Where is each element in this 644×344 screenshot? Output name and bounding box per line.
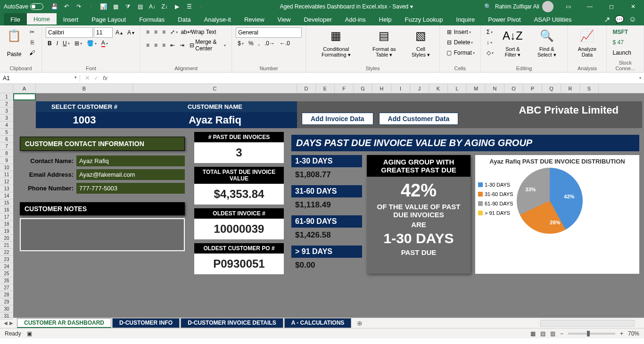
zoom-slider[interactable] bbox=[568, 333, 615, 335]
column-header-O[interactable]: O bbox=[504, 84, 523, 93]
fill-color-button[interactable]: 🪣▾ bbox=[85, 39, 99, 48]
row-header-23[interactable]: 23 bbox=[0, 256, 13, 263]
row-header-20[interactable]: 20 bbox=[0, 235, 13, 242]
ribbon-tab-review[interactable]: Review bbox=[238, 13, 271, 25]
column-header-K[interactable]: K bbox=[429, 84, 448, 93]
row-header-31[interactable]: 31 bbox=[0, 312, 13, 319]
fill-button[interactable]: ↓▾ bbox=[485, 38, 495, 47]
enter-formula-icon[interactable]: ✓ bbox=[94, 74, 99, 82]
form-icon[interactable]: ☰ bbox=[184, 1, 194, 12]
expand-formula-icon[interactable]: ▾ bbox=[636, 76, 644, 80]
row-header-17[interactable]: 17 bbox=[0, 213, 13, 221]
ribbon-tab-home[interactable]: Home bbox=[27, 13, 57, 25]
row-header-5[interactable]: 5 bbox=[0, 129, 13, 136]
align-left-button[interactable]: ≡ bbox=[144, 41, 151, 50]
macro-record-icon[interactable]: ▣ bbox=[27, 330, 32, 337]
row-header-7[interactable]: 7 bbox=[0, 143, 13, 150]
filter-icon[interactable]: ▦ bbox=[110, 1, 121, 12]
indent-dec-button[interactable]: ⇤ bbox=[168, 41, 177, 50]
ribbon-tab-page-layout[interactable]: Page Layout bbox=[85, 13, 132, 25]
row-header-11[interactable]: 11 bbox=[0, 171, 13, 178]
currency-button[interactable]: $▾ bbox=[236, 39, 246, 48]
align-top-button[interactable]: ≡ bbox=[144, 27, 151, 37]
funnel-icon[interactable]: ⧩ bbox=[123, 1, 133, 12]
ribbon-tab-data[interactable]: Data bbox=[171, 13, 197, 25]
column-header-D[interactable]: D bbox=[297, 84, 316, 93]
column-header-N[interactable]: N bbox=[486, 84, 504, 93]
row-header-16[interactable]: 16 bbox=[0, 206, 13, 213]
paste-button[interactable]: 📋 Paste bbox=[4, 27, 25, 58]
notes-box[interactable] bbox=[20, 218, 185, 251]
row-header-27[interactable]: 27 bbox=[0, 284, 13, 291]
row-header-4[interactable]: 4 bbox=[0, 122, 13, 129]
column-header-F[interactable]: F bbox=[335, 84, 354, 93]
column-header-Q[interactable]: Q bbox=[542, 84, 561, 93]
ribbon-options-icon[interactable]: ▭ bbox=[557, 0, 579, 13]
help-icon[interactable]: ☺ bbox=[629, 15, 636, 24]
column-header-B[interactable]: B bbox=[36, 84, 133, 93]
column-header-H[interactable]: H bbox=[372, 84, 391, 93]
freeze-icon[interactable]: ▤ bbox=[135, 1, 145, 12]
row-header-28[interactable]: 28 bbox=[0, 291, 13, 298]
decrease-decimal-button[interactable]: ←.0 bbox=[278, 39, 292, 48]
wrap-text-button[interactable]: ab↵Wrap Text bbox=[181, 27, 218, 37]
cell-selection[interactable] bbox=[13, 93, 36, 100]
row-header-10[interactable]: 10 bbox=[0, 164, 13, 171]
increase-font-button[interactable]: A▴ bbox=[114, 28, 124, 37]
cut-button[interactable]: ✂ bbox=[26, 27, 38, 37]
zoom-level[interactable]: 70% bbox=[628, 330, 639, 337]
font-size-select[interactable] bbox=[94, 27, 113, 38]
percent-button[interactable]: % bbox=[247, 39, 256, 48]
insert-cells-button[interactable]: ⊞Insert▾ bbox=[444, 27, 473, 37]
name-box[interactable]: A1 bbox=[0, 75, 80, 82]
ribbon-tab-developer[interactable]: Developer bbox=[297, 13, 338, 25]
maximize-icon[interactable]: ◻ bbox=[601, 0, 622, 13]
row-header-9[interactable]: 9 bbox=[0, 157, 13, 164]
autosum-button[interactable]: Σ▾ bbox=[485, 27, 495, 37]
cell-styles-button[interactable]: ▧Cell Styles ▾ bbox=[406, 27, 436, 58]
font-color-button[interactable]: A▾ bbox=[99, 39, 110, 48]
tab-scroll-left-icon[interactable]: ◀ bbox=[4, 320, 8, 326]
select-all-corner[interactable] bbox=[0, 84, 13, 93]
row-header-30[interactable]: 30 bbox=[0, 305, 13, 312]
row-header-25[interactable]: 25 bbox=[0, 270, 13, 277]
fx-icon[interactable]: fx bbox=[103, 74, 107, 82]
row-header-18[interactable]: 18 bbox=[0, 221, 13, 228]
row-header-19[interactable]: 19 bbox=[0, 228, 13, 235]
column-header-G[interactable]: G bbox=[354, 84, 372, 93]
align-right-button[interactable]: ≡ bbox=[160, 41, 167, 50]
row-header-22[interactable]: 22 bbox=[0, 249, 13, 256]
row-header-12[interactable]: 12 bbox=[0, 178, 13, 185]
macros-icon[interactable]: ▶ bbox=[172, 1, 182, 12]
qat-more-icon[interactable]: ▾ bbox=[86, 1, 96, 12]
row-header-13[interactable]: 13 bbox=[0, 185, 13, 192]
row-header-26[interactable]: 26 bbox=[0, 277, 13, 284]
column-header-P[interactable]: P bbox=[523, 84, 542, 93]
column-header-S[interactable]: S bbox=[580, 84, 599, 93]
ribbon-tab-inquire[interactable]: Inquire bbox=[450, 13, 482, 25]
indent-inc-button[interactable]: ⇥ bbox=[178, 41, 186, 50]
number-format-select[interactable] bbox=[236, 27, 302, 38]
user-info[interactable]: Rahim Zulfiqar Ali bbox=[491, 1, 557, 12]
row-header-3[interactable]: 3 bbox=[0, 107, 13, 115]
format-as-table-button[interactable]: ▤Format as Table ▾ bbox=[364, 27, 404, 58]
row-header-24[interactable]: 24 bbox=[0, 263, 13, 270]
autosave-toggle[interactable]: AutoSave bbox=[0, 3, 47, 10]
select-customer-box[interactable]: SELECT CUSTOMER # 1003 bbox=[36, 101, 133, 128]
qat-expand-icon[interactable]: ▾ bbox=[196, 1, 206, 12]
conditional-formatting-button[interactable]: ▦Conditional Formatting ▾ bbox=[310, 27, 362, 58]
comments-icon[interactable]: 💬 bbox=[615, 15, 624, 24]
column-header-L[interactable]: L bbox=[448, 84, 467, 93]
border-button[interactable]: ⊞▾ bbox=[73, 39, 84, 48]
decrease-font-button[interactable]: A▾ bbox=[125, 28, 136, 37]
clear-button[interactable]: ◇▾ bbox=[485, 48, 495, 57]
ribbon-tab-help[interactable]: Help bbox=[372, 13, 398, 25]
italic-button[interactable]: I bbox=[55, 39, 60, 48]
share-icon[interactable]: ↗ bbox=[604, 15, 610, 24]
save-icon[interactable]: 💾 bbox=[49, 1, 59, 12]
ribbon-tab-view[interactable]: View bbox=[271, 13, 297, 25]
row-header-14[interactable]: 14 bbox=[0, 192, 13, 199]
find-select-button[interactable]: 🔍Find & Select ▾ bbox=[530, 27, 563, 58]
horizontal-scrollbar[interactable] bbox=[540, 320, 635, 327]
row-header-6[interactable]: 6 bbox=[0, 136, 13, 143]
